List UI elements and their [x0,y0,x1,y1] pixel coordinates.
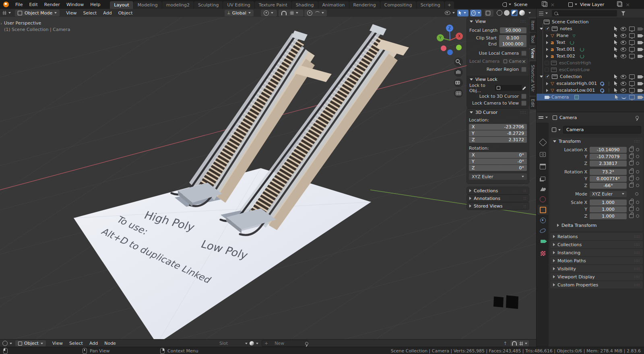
viewport-visibility-icon[interactable] [629,27,635,31]
location-z-field[interactable]: 2.33817 [590,161,627,167]
viewport-visibility-icon[interactable] [629,33,635,38]
wireframe-shading-button[interactable] [497,10,502,16]
cursor-loc-y-field[interactable]: Y-8.2729 [469,130,527,136]
workspace-tab-texture-paint[interactable]: Texture Paint [255,1,291,9]
outliner-search-input[interactable] [552,10,617,16]
panel-instancing[interactable]: Instancing:::: [550,249,643,256]
render-visibility-icon[interactable] [638,41,642,44]
lock-icon[interactable] [629,214,634,218]
workspace-tab-uv-editing[interactable]: UV Editing [223,1,254,9]
selectable-icon[interactable] [614,40,618,45]
workspace-tab-rendering[interactable]: Rendering [349,1,380,9]
scale-z-field[interactable]: 1.000 [590,213,627,219]
pin-material-icon[interactable] [305,342,308,345]
lock-to-3d-cursor-checkbox[interactable] [521,94,526,99]
material-preview-button[interactable] [511,10,518,16]
eye-closed-icon[interactable] [621,96,626,99]
cursor-loc-x-field[interactable]: X-23.2706 [469,124,527,130]
outliner-row-plane[interactable]: Plane [537,32,644,39]
animate-dot[interactable] [636,184,639,187]
panel-collections[interactable]: Collections:::: [550,241,643,248]
tab-view-layer[interactable] [537,173,548,183]
lock-icon[interactable] [629,148,634,152]
viewport-visibility-icon[interactable] [629,95,635,99]
delta-transform-subpanel[interactable]: Delta Transform [554,222,643,229]
workspace-tab-compositing[interactable]: Compositing [380,1,416,9]
render-region-checkbox[interactable] [521,67,526,72]
modifier-icon[interactable] [600,88,604,93]
outliner-row-scene-collection[interactable]: Scene Collection [537,19,644,25]
selectable-icon[interactable] [614,33,618,38]
rotation-x-field[interactable]: 73.2° [590,169,627,175]
render-visibility-icon[interactable] [638,75,642,78]
sidebar-tab-shortcut-vur[interactable]: Shortcut VUr [530,61,536,96]
cursor-panel-header[interactable]: 3D Cursor :::: [467,109,529,116]
sidebar-stored-views-panel[interactable]: Stored Views:: [467,202,529,210]
show-gizmo-toggle[interactable] [457,10,469,16]
animate-dot[interactable] [636,177,639,180]
collection-checkbox[interactable] [545,61,549,65]
sidebar-tab-view[interactable]: View [530,46,536,60]
menu-edit[interactable]: Edit [26,0,41,9]
node-menu-view[interactable]: View [49,340,66,347]
viewport-visibility-icon[interactable] [629,54,635,58]
workspace-tab-modeling[interactable]: Modeling [134,1,162,9]
workspace-tab-sculpting[interactable]: Sculpting [194,1,223,9]
clear-local-camera-icon[interactable] [522,58,526,64]
lock-icon[interactable] [629,200,634,204]
object-id-selector[interactable] [552,128,561,132]
animate-dot[interactable] [636,214,639,218]
viewport-visibility-icon[interactable] [629,74,635,79]
outliner-editor-type-selector[interactable] [539,12,548,15]
viewport-visibility-icon[interactable] [629,88,635,93]
eye-icon[interactable] [621,54,626,58]
cursor-rot-y-field[interactable]: Y-0° [469,158,527,165]
animate-dot[interactable] [636,170,639,173]
tab-tool[interactable] [537,137,548,147]
eye-icon[interactable] [621,88,626,93]
selectable-icon[interactable] [614,74,618,79]
tab-object[interactable] [537,205,548,215]
object-name-field[interactable]: Camera [563,126,641,134]
scene-selector[interactable]: Scene [502,1,555,8]
render-visibility-icon[interactable] [638,89,642,92]
xray-toggle[interactable] [485,10,493,16]
properties-editor-type-selector[interactable] [539,115,548,119]
animate-dot[interactable] [636,155,639,158]
lock-icon[interactable] [629,170,634,174]
shader-type-dropdown[interactable]: Object [15,340,46,346]
panel-relations[interactable]: Relations:::: [550,233,643,240]
outliner-row-text[interactable]: Text [537,39,644,46]
cursor-rot-z-field[interactable]: Z0° [469,165,527,171]
dark-cube-2[interactable] [506,295,518,309]
collection-checkbox[interactable] [545,68,549,72]
outliner-row-notes[interactable]: notes [537,25,644,32]
eye-icon[interactable] [621,82,626,86]
rendered-shading-button[interactable] [519,10,525,16]
solid-shading-button[interactable] [504,10,510,16]
transform-panel-header[interactable]: Transform :::: [550,138,643,145]
workspace-tab-modeling2[interactable]: modeling2 [162,1,194,9]
clip-end-field[interactable]: 1000.000 [499,41,526,47]
sidebar-tab-tool[interactable]: Tool [530,33,536,45]
collection-checkbox[interactable] [545,27,550,31]
tab-output[interactable] [537,161,548,171]
local-camera-field[interactable]: Came [502,58,528,64]
outliner-row-escalatorhigh[interactable]: escalatorHigh.001 [537,80,644,87]
node-menu-node[interactable]: Node [101,340,119,347]
panel-motion-paths[interactable]: Motion Paths:::: [550,257,643,264]
modifier-icon[interactable] [600,82,604,86]
zoom-button[interactable] [454,58,463,66]
tab-world[interactable] [537,194,548,204]
outliner-row-text-002[interactable]: Text.002 [537,53,644,60]
outliner-row-escconstrlow[interactable]: escConstrLow [537,66,644,73]
render-visibility-icon[interactable] [638,48,642,51]
close-scene-icon[interactable] [551,2,555,8]
render-visibility-icon[interactable] [638,27,642,31]
menu-help[interactable]: Help [87,0,103,9]
editor-type-selector[interactable] [2,11,11,15]
outliner-row-collection[interactable]: Collection [537,73,644,80]
tab-texture[interactable] [537,248,548,258]
sidebar-collections-panel[interactable]: Collections:: [467,187,529,194]
lock-icon[interactable] [629,207,634,211]
